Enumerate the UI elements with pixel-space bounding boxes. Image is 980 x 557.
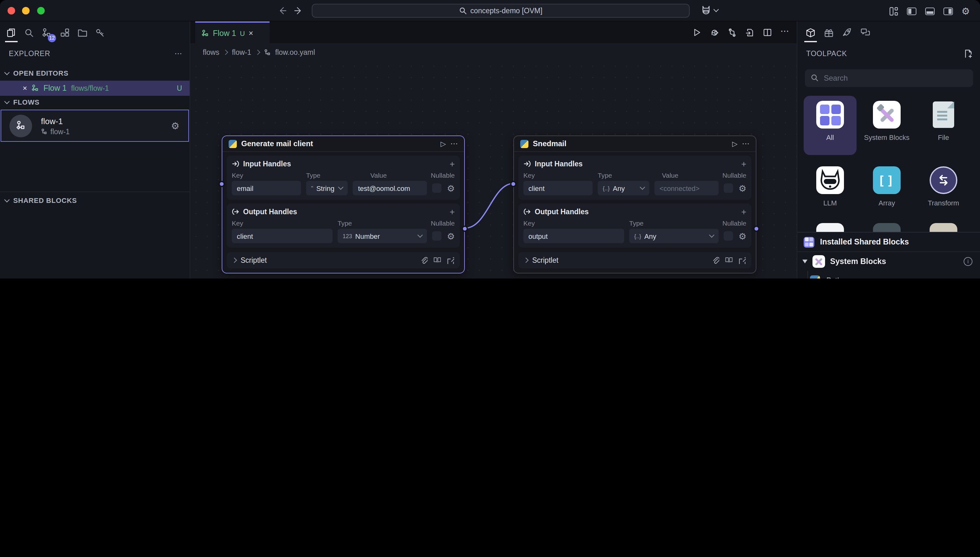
flow-settings-gear-icon[interactable]: ⚙ [171,121,179,130]
nullable-checkbox[interactable] [724,231,733,241]
handle-settings-gear-icon[interactable]: ⚙ [447,231,455,240]
toggle-right-sidebar-icon[interactable] [943,8,952,15]
input-handle-dot[interactable] [510,181,517,187]
open-external-icon[interactable] [738,256,746,264]
input-handle-dot[interactable] [219,181,225,187]
open-editor-name: Flow 1 [44,84,67,93]
attach-icon[interactable] [712,256,719,264]
toolpack-tab-icon[interactable] [806,28,816,38]
more-actions-icon[interactable]: ⋯ [780,28,789,37]
breadcrumb[interactable]: flows flow-1 flow.oo.yaml [190,44,797,60]
toggle-bottom-panel-icon[interactable] [925,8,934,15]
input-type-select[interactable]: " String [306,181,348,195]
open-external-icon[interactable] [447,256,454,264]
sync-compare-icon[interactable] [727,28,737,37]
attach-icon[interactable] [420,256,427,264]
input-key-field[interactable] [232,181,301,195]
output-handles-section: Output Handles + Key Type Nullable {..} … [518,204,751,248]
secrets-key-tab-icon[interactable] [95,28,105,38]
output-key-field[interactable] [523,229,624,243]
settings-gear-icon[interactable]: ⚙ [961,6,970,17]
node-titlebar[interactable]: Generate mail client ▷ ⋯ [222,136,464,152]
scriptlet-section[interactable]: Scriptlet [227,252,460,269]
close-editor-icon[interactable]: × [23,84,27,93]
run-node-icon[interactable]: ▷ [440,140,446,148]
nullable-checkbox[interactable] [724,183,733,193]
handle-settings-gear-icon[interactable]: ⚙ [738,184,746,192]
add-input-icon[interactable]: + [450,159,455,169]
nav-forward-icon[interactable] [294,6,304,16]
breadcrumb-item[interactable]: flows [203,49,219,56]
docs-book-icon[interactable] [433,256,441,264]
node-more-icon[interactable]: ⋯ [742,139,749,148]
tile-file[interactable]: File [917,101,970,142]
toggle-left-sidebar-icon[interactable] [907,8,916,15]
customize-layout-icon[interactable] [889,7,898,16]
new-toolpack-icon[interactable] [964,49,972,58]
docs-book-icon[interactable] [725,256,733,264]
explorer-tab-icon[interactable] [6,28,16,38]
add-output-icon[interactable]: + [450,207,455,217]
close-window-icon[interactable] [8,7,15,15]
info-icon[interactable]: i [964,257,972,266]
input-key-field[interactable] [523,181,593,195]
editor-tabbar: Flow 1 U × ⋯ [190,21,797,44]
blocks-tab-icon[interactable] [60,28,70,38]
flow-card[interactable]: flow-1 flow-1 ⚙ [1,110,189,142]
add-output-icon[interactable]: + [741,207,746,217]
node-generate-mail-client[interactable]: Generate mail client ▷ ⋯ Input Handles +… [222,135,465,274]
editor-tab-flow-1[interactable]: Flow 1 U × [195,21,270,44]
flows-tab-icon[interactable]: 12 [42,28,52,38]
handle-settings-gear-icon[interactable]: ⚙ [447,184,455,192]
command-center-search[interactable]: concepts-demo [OVM] [312,4,690,18]
window-controls[interactable] [8,7,49,16]
flow-canvas[interactable]: Generate mail client ▷ ⋯ Input Handles +… [190,60,797,278]
tab-close-icon[interactable]: × [249,29,254,38]
tile-system-blocks[interactable]: System Blocks [860,101,913,142]
split-editor-icon[interactable] [763,28,772,37]
toolpack-search-input[interactable] [805,69,973,87]
explorer-more-icon[interactable]: ⋯ [174,49,182,58]
flows-section-header[interactable]: FLOWS [5,98,39,106]
breadcrumb-item[interactable]: flow.oo.yaml [275,49,315,56]
output-type-select[interactable]: 123 Number [338,229,427,243]
open-editor-item[interactable]: × Flow 1 flows/flow-1 U [0,81,190,96]
add-input-icon[interactable]: + [741,159,746,169]
breadcrumb-item[interactable]: flow-1 [232,49,251,56]
tile-transform[interactable]: Transform [917,166,970,208]
maximize-window-icon[interactable] [37,7,44,15]
run-node-icon[interactable]: ▷ [732,140,738,148]
tile-llm[interactable]: LLM [804,166,856,208]
nav-back-icon[interactable] [277,6,287,16]
shared-blocks-header[interactable]: SHARED BLOCKS [5,197,77,204]
feedback-chat-icon[interactable] [860,28,870,38]
nullable-checkbox[interactable] [432,183,442,193]
rerun-icon[interactable] [710,28,719,37]
assistant-menu[interactable] [700,5,718,16]
flow-card-subtitle: flow-1 [50,128,70,135]
open-editors-header[interactable]: OPEN EDITORS [5,69,68,77]
node-more-icon[interactable]: ⋯ [450,139,458,148]
search-tab-icon[interactable] [24,28,34,38]
run-flow-icon[interactable] [692,28,702,37]
folder-tab-icon[interactable] [78,28,88,38]
export-file-icon[interactable] [745,28,754,37]
output-type-select[interactable]: {..} Any [629,229,719,243]
output-handle-dot[interactable] [753,226,759,232]
node-titlebar[interactable]: Snedmail ▷ ⋯ [514,136,756,152]
marketplace-gift-icon[interactable] [824,28,834,38]
minimize-window-icon[interactable] [22,7,30,15]
nullable-checkbox[interactable] [432,231,442,241]
tile-array[interactable]: [ ] Array [860,166,913,208]
bootstrap-rocket-icon[interactable] [842,28,852,38]
scriptlet-section[interactable]: Scriptlet [518,252,751,269]
item-python[interactable]: Python [797,271,980,278]
input-type-select[interactable]: {..} Any [598,181,649,195]
input-value-field[interactable] [353,181,427,195]
handle-settings-gear-icon[interactable]: ⚙ [738,231,746,240]
tile-all[interactable]: All [804,101,856,142]
group-system-blocks[interactable]: System Blocks i [797,252,980,271]
output-handle-dot[interactable] [462,226,468,232]
node-snedmail[interactable]: Snedmail ▷ ⋯ Input Handles + Key Type Va… [513,135,756,274]
output-key-field[interactable] [232,229,333,243]
